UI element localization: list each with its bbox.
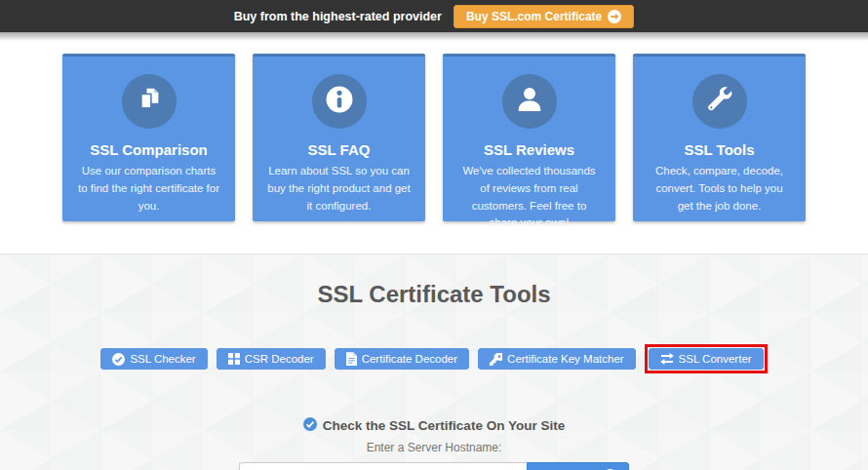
checker-form: Check SSL <box>239 462 629 470</box>
info-icon <box>323 83 356 120</box>
card-title: SSL Comparison <box>76 141 221 158</box>
file-icon <box>346 352 357 366</box>
checker-heading-text: Check the SSL Certificate On Your Site <box>323 418 565 433</box>
check-circle-icon <box>303 417 317 434</box>
user-icon <box>514 84 545 119</box>
hostname-label: Enter a Server Hostname: <box>0 441 868 454</box>
csr-decoder-button[interactable]: CSR Decoder <box>217 348 326 370</box>
card-description: Use our comparison charts to find the ri… <box>76 163 221 215</box>
tool-button-label: CSR Decoder <box>245 353 314 365</box>
grid-icon <box>228 353 240 365</box>
copy-icon <box>135 85 164 118</box>
tool-button-label: SSL Converter <box>679 353 752 365</box>
check-ssl-button[interactable]: Check SSL <box>527 462 629 470</box>
key-icon <box>490 353 502 366</box>
red-highlight-annotation: SSL Converter <box>645 344 768 373</box>
exchange-icon <box>660 353 674 365</box>
checker-heading: Check the SSL Certificate On Your Site <box>0 417 868 434</box>
tool-buttons-row: SSL Checker CSR Decoder Certificate Deco… <box>0 344 868 373</box>
certificate-decoder-button[interactable]: Certificate Decoder <box>335 348 469 370</box>
wrench-icon <box>705 85 734 118</box>
card-icon-circle <box>502 74 557 129</box>
top-promo-bar: Buy from the highest-rated provider Buy … <box>0 0 868 32</box>
buy-certificate-button[interactable]: Buy SSL.com Certificate <box>454 5 634 28</box>
card-description: Check, compare, decode, convert. Tools t… <box>647 163 792 215</box>
ssl-converter-button[interactable]: SSL Converter <box>649 348 764 370</box>
buy-certificate-label: Buy SSL.com Certificate <box>466 10 602 23</box>
card-title: SSL FAQ <box>266 141 412 158</box>
check-circle-icon <box>112 353 125 366</box>
card-ssl-reviews[interactable]: SSL Reviews We've collected thousands of… <box>443 54 615 221</box>
arrow-circle-right-icon <box>608 10 621 23</box>
tool-button-label: SSL Checker <box>130 353 195 365</box>
promo-text: Buy from the highest-rated provider <box>234 10 442 23</box>
ssl-checker-button[interactable]: SSL Checker <box>100 348 207 370</box>
card-ssl-comparison[interactable]: SSL Comparison Use our comparison charts… <box>62 54 235 221</box>
card-title: SSL Tools <box>647 141 792 158</box>
card-ssl-tools[interactable]: SSL Tools Check, compare, decode, conver… <box>633 54 806 221</box>
card-icon-circle <box>122 74 177 129</box>
topbar-shadow <box>0 32 868 41</box>
certificate-key-matcher-button[interactable]: Certificate Key Matcher <box>478 348 636 370</box>
card-icon-circle <box>312 74 367 129</box>
ssl-tools-section: SSL Certificate Tools SSL Checker CSR De… <box>0 254 868 470</box>
hostname-input[interactable] <box>239 462 527 470</box>
card-description: Learn about SSL so you can buy the right… <box>266 163 412 215</box>
card-icon-circle <box>692 74 747 129</box>
card-ssl-faq[interactable]: SSL FAQ Learn about SSL so you can buy t… <box>253 54 425 221</box>
section-title: SSL Certificate Tools <box>0 255 868 308</box>
card-title: SSL Reviews <box>456 141 602 158</box>
tool-button-label: Certificate Key Matcher <box>507 353 624 365</box>
feature-cards-row: SSL Comparison Use our comparison charts… <box>62 54 806 221</box>
tool-button-label: Certificate Decoder <box>362 353 457 365</box>
card-description: We've collected thousands of reviews fro… <box>456 163 602 232</box>
